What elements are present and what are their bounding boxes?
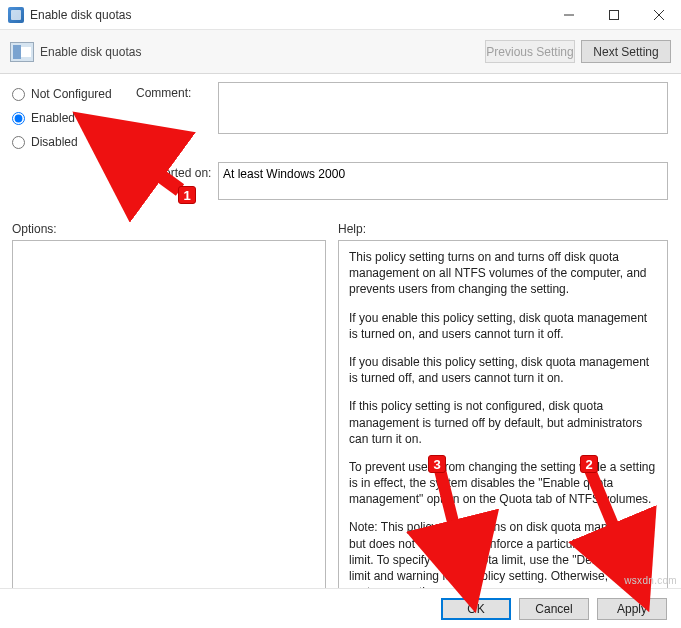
radio-disabled-input[interactable] bbox=[12, 136, 25, 149]
radio-not-configured-label: Not Configured bbox=[31, 87, 112, 101]
close-button[interactable] bbox=[636, 0, 681, 29]
body-area: Not Configured Enabled Disabled Comment:… bbox=[0, 74, 681, 588]
supported-value: At least Windows 2000 bbox=[223, 167, 345, 181]
comment-label: Comment: bbox=[136, 86, 191, 100]
radio-disabled[interactable]: Disabled bbox=[12, 130, 132, 154]
radio-disabled-label: Disabled bbox=[31, 135, 78, 149]
help-p3: If you disable this policy setting, disk… bbox=[349, 354, 657, 386]
ok-button[interactable]: OK bbox=[441, 598, 511, 620]
radio-not-configured[interactable]: Not Configured bbox=[12, 82, 132, 106]
comment-field[interactable] bbox=[218, 82, 668, 134]
apply-button[interactable]: Apply bbox=[597, 598, 667, 620]
svg-rect-1 bbox=[609, 10, 618, 19]
supported-label: Supported on: bbox=[136, 166, 211, 180]
app-icon bbox=[8, 7, 24, 23]
radio-enabled-input[interactable] bbox=[12, 112, 25, 125]
help-p5: To prevent users from changing the setti… bbox=[349, 459, 657, 508]
help-p4: If this policy setting is not configured… bbox=[349, 398, 657, 447]
help-panel[interactable]: This policy setting turns on and turns o… bbox=[338, 240, 668, 628]
minimize-button[interactable] bbox=[546, 0, 591, 29]
state-radio-group: Not Configured Enabled Disabled bbox=[12, 82, 132, 154]
maximize-button[interactable] bbox=[591, 0, 636, 29]
help-p1: This policy setting turns on and turns o… bbox=[349, 249, 657, 298]
header-strip: Enable disk quotas Previous Setting Next… bbox=[0, 30, 681, 74]
policy-icon bbox=[10, 42, 34, 62]
next-setting-button[interactable]: Next Setting bbox=[581, 40, 671, 63]
previous-setting-button[interactable]: Previous Setting bbox=[485, 40, 575, 63]
window-title: Enable disk quotas bbox=[30, 8, 546, 22]
radio-not-configured-input[interactable] bbox=[12, 88, 25, 101]
header-title: Enable disk quotas bbox=[40, 45, 479, 59]
radio-enabled-label: Enabled bbox=[31, 111, 75, 125]
cancel-button[interactable]: Cancel bbox=[519, 598, 589, 620]
help-p2: If you enable this policy setting, disk … bbox=[349, 310, 657, 342]
supported-field: At least Windows 2000 bbox=[218, 162, 668, 200]
footer: OK Cancel Apply bbox=[0, 588, 681, 628]
options-panel[interactable] bbox=[12, 240, 326, 628]
help-label: Help: bbox=[338, 222, 366, 236]
title-bar: Enable disk quotas bbox=[0, 0, 681, 30]
watermark: wsxdn.com bbox=[624, 575, 677, 586]
radio-enabled[interactable]: Enabled bbox=[12, 106, 132, 130]
options-label: Options: bbox=[12, 222, 57, 236]
